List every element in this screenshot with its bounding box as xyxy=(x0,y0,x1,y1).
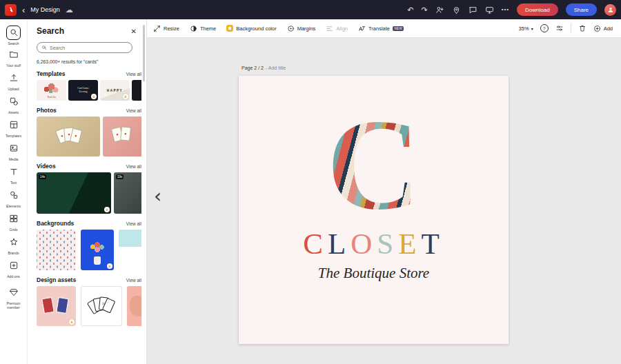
template-thumbnail[interactable]: HAPPY ♛ xyxy=(100,80,130,101)
trash-icon xyxy=(578,24,586,32)
document-title[interactable]: My Design xyxy=(30,6,60,13)
editor-stage: Resize Theme Background color Margins Al… xyxy=(147,19,621,364)
sidebar-item-templates[interactable]: Templates xyxy=(0,117,28,141)
sidebar-item-media[interactable]: Media xyxy=(0,141,28,164)
search-panel: Search ✕ 6,263,000+ results for "cards" … xyxy=(28,19,147,364)
add-title-link[interactable]: - Add title xyxy=(266,65,286,70)
share-button[interactable]: Share xyxy=(566,3,597,16)
invite-collaborators-icon[interactable] xyxy=(435,6,444,14)
section-templates: Templates View all Thank You Card Game E… xyxy=(37,70,146,101)
design-asset-thumbnail[interactable]: 21 xyxy=(81,286,122,326)
account-avatar[interactable] xyxy=(604,4,616,16)
canvas-area: Page 2 / 2 - Add title ‹ C CLOSET The Bo… xyxy=(147,38,621,364)
grids-icon xyxy=(9,214,19,226)
view-all-link[interactable]: View all xyxy=(126,108,141,113)
design-asset-thumbnail[interactable]: ♛ xyxy=(37,286,76,326)
section-photos: Photos View all ♥ ♥ ♥ ♥ ♥ xyxy=(37,107,146,156)
templates-icon xyxy=(9,120,19,132)
text-icon xyxy=(9,167,19,179)
sidebar-item-upload[interactable]: Upload xyxy=(0,70,28,94)
sidebar-item-search[interactable]: Search xyxy=(0,23,28,47)
sidebar-item-premium-member[interactable]: Premium member xyxy=(0,287,28,310)
panel-scrollbar[interactable] xyxy=(143,25,145,81)
comment-icon[interactable] xyxy=(469,6,477,14)
design-asset-thumbnail[interactable] xyxy=(127,286,141,326)
video-thumbnail[interactable]: 19s xyxy=(114,172,141,214)
view-all-link[interactable]: View all xyxy=(126,164,141,169)
template-thumbnail[interactable]: Thank You xyxy=(37,80,66,101)
margins-icon xyxy=(287,25,295,32)
background-color-button[interactable]: Background color xyxy=(226,25,276,32)
previous-page-chevron-icon[interactable]: ‹ xyxy=(154,187,161,206)
premium-crown-icon: ♛ xyxy=(107,263,112,269)
section-title: Design assets xyxy=(37,276,76,283)
cloud-sync-icon: ☁ xyxy=(66,6,73,14)
search-input[interactable] xyxy=(50,46,128,50)
section-title: Templates xyxy=(37,70,65,77)
video-thumbnail[interactable]: 14s ♛ xyxy=(37,172,111,214)
background-color-swatch-icon xyxy=(226,25,233,32)
photo-thumbnail[interactable]: ♥ ♥ ♥ xyxy=(37,117,100,156)
margins-button[interactable]: Margins xyxy=(287,25,316,32)
section-design-assets: Design assets View all ♛ 21 xyxy=(37,276,146,326)
background-thumbnail[interactable] xyxy=(119,230,141,270)
sidebar-item-text[interactable]: Text xyxy=(0,164,28,188)
add-ons-icon xyxy=(9,261,19,273)
search-icon xyxy=(41,45,47,50)
section-title: Videos xyxy=(37,163,56,170)
new-badge: NEW xyxy=(393,26,404,31)
zoom-control[interactable]: 35% ▾ xyxy=(519,26,533,32)
align-button[interactable]: Align xyxy=(326,25,348,32)
topbar: ‹ My Design ☁ ↶ ↷ ••• Download Share xyxy=(0,0,621,19)
view-all-link[interactable]: View all xyxy=(126,278,141,283)
add-page-button[interactable]: Add xyxy=(593,25,613,32)
sidebar-item-add-ons[interactable]: Add-ons xyxy=(0,258,28,281)
close-icon[interactable]: ✕ xyxy=(131,28,137,35)
download-button[interactable]: Download xyxy=(517,3,558,16)
resize-icon xyxy=(153,25,161,32)
collage-letter-graphic[interactable]: C xyxy=(327,112,421,218)
back-icon[interactable]: ‹ xyxy=(22,6,25,14)
theme-button[interactable]: Theme xyxy=(190,25,216,32)
toolbar-divider xyxy=(571,23,571,33)
sidebar-rail: Search Your stuff Upload Assets Template… xyxy=(0,19,28,364)
brand-subtitle[interactable]: The Boutique Store xyxy=(239,265,509,282)
more-options-icon[interactable]: ••• xyxy=(502,7,509,12)
photo-thumbnail[interactable]: ♥ ♥ xyxy=(103,117,141,156)
section-title: Photos xyxy=(37,107,57,114)
design-page[interactable]: C CLOSET The Boutique Store xyxy=(239,76,509,344)
plus-circle-icon xyxy=(593,25,601,32)
premium-crown-icon: ♛ xyxy=(123,94,128,99)
section-backgrounds: Backgrounds View all ♛ xyxy=(37,220,146,270)
sidebar-item-your-stuff[interactable]: Your stuff xyxy=(0,47,28,70)
align-icon xyxy=(326,25,333,32)
background-thumbnail[interactable]: ♛ xyxy=(81,230,114,270)
sidebar-item-brands[interactable]: Brands xyxy=(0,234,28,258)
translate-button[interactable]: Translate NEW xyxy=(358,25,404,32)
template-thumbnail[interactable]: Card Game Evening ♛ xyxy=(68,80,98,101)
template-thumbnail[interactable] xyxy=(132,80,141,101)
resize-button[interactable]: Resize xyxy=(153,25,179,32)
premium-crown-icon: ♛ xyxy=(69,319,75,325)
view-all-link[interactable]: View all xyxy=(126,221,141,226)
location-pin-icon[interactable] xyxy=(452,6,461,14)
redo-icon[interactable]: ↷ xyxy=(421,6,427,14)
search-input-wrapper xyxy=(37,42,132,53)
search-icon xyxy=(6,26,21,40)
app-logo-icon[interactable] xyxy=(5,4,17,16)
delete-page-button[interactable] xyxy=(578,24,586,32)
theme-icon xyxy=(190,25,197,32)
sidebar-item-grids[interactable]: Grids xyxy=(0,211,28,234)
present-devices-icon[interactable] xyxy=(485,6,494,14)
sidebar-item-elements[interactable]: Elements xyxy=(0,188,28,211)
settings-sliders-button[interactable] xyxy=(555,24,564,32)
help-button[interactable]: ? xyxy=(540,24,549,32)
page-indicator: Page 2 / 2 - Add title xyxy=(241,65,286,70)
background-thumbnail[interactable] xyxy=(37,230,76,270)
chevron-down-icon: ▾ xyxy=(531,26,533,31)
view-all-link[interactable]: View all xyxy=(126,72,141,77)
undo-icon[interactable]: ↶ xyxy=(407,6,413,14)
sidebar-item-assets[interactable]: Assets xyxy=(0,94,28,117)
brand-wordmark[interactable]: CLOSET xyxy=(239,229,509,259)
canvas-toolbar: Resize Theme Background color Margins Al… xyxy=(147,19,621,38)
